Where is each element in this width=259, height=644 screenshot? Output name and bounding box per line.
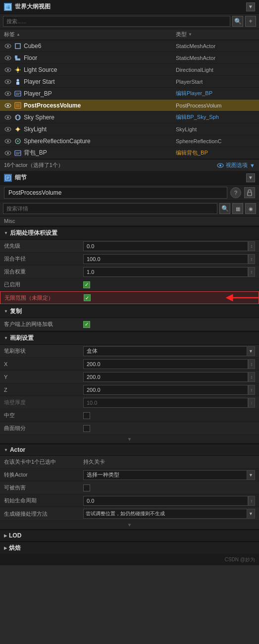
brush-y-input[interactable] — [83, 372, 248, 382]
brush-z-arrow[interactable]: ↕ — [248, 385, 255, 395]
enabled-checkbox[interactable]: ✓ — [83, 281, 90, 288]
visibility-icon[interactable] — [4, 78, 12, 86]
blend-radius-arrow[interactable]: ↕ — [248, 254, 255, 264]
actor-type-icon — [14, 78, 22, 86]
visibility-icon[interactable] — [4, 54, 12, 62]
table-row[interactable]: SkyLight SkyLight — [0, 123, 259, 135]
network-load-checkbox[interactable]: ✓ — [83, 321, 90, 328]
copy-section-header[interactable]: ▼ 复制 — [0, 304, 259, 318]
brush-x-arrow[interactable]: ↕ — [248, 359, 255, 369]
spawn-collision-row: 生成碰撞处理方法 尝试调整位置，如仍然碰撞则不生成 ▼ — [0, 507, 259, 521]
actor-type-icon — [14, 125, 22, 133]
visibility-icon[interactable] — [4, 149, 12, 157]
details-help-button[interactable]: ? — [230, 187, 241, 198]
svg-point-43 — [17, 140, 19, 142]
table-row[interactable]: SphereReflectionCapture SphereReflection… — [0, 135, 259, 147]
brush-x-field: ↕ — [83, 359, 255, 369]
details-eye-view-btn[interactable]: ◉ — [245, 203, 256, 214]
visibility-icon[interactable] — [4, 113, 12, 121]
lod-section-header[interactable]: ▶ LOD — [0, 529, 259, 541]
brush-z-input[interactable] — [83, 385, 248, 395]
enabled-value: ✓ — [83, 281, 255, 288]
details-grid-view-btn[interactable]: ▦ — [232, 203, 243, 214]
blend-weight-value: ↕ — [83, 267, 255, 277]
lod-collapse-arrow: ▶ — [4, 534, 7, 538]
blend-radius-input[interactable] — [83, 254, 248, 264]
initial-life-span-input[interactable] — [83, 496, 248, 506]
bake-section-header[interactable]: ▶ 烘焙 — [0, 541, 259, 554]
visibility-icon[interactable] — [4, 90, 12, 98]
blend-weight-field: ↕ — [83, 267, 255, 277]
unbounded-row-container: 无限范围（未限定） ✓ — [0, 291, 259, 304]
spawn-collision-arrow[interactable]: ▼ — [247, 509, 255, 519]
blend-radius-field: ↕ — [83, 254, 255, 264]
actor-type-label[interactable]: 编辑背包_BP — [176, 149, 255, 157]
visibility-icon[interactable] — [4, 66, 12, 74]
actor-section-header[interactable]: ▼ Actor — [0, 443, 259, 456]
details-collapse-btn[interactable]: ▼ — [246, 173, 255, 182]
brush-y-arrow[interactable]: ↕ — [248, 372, 255, 382]
brush-section-header[interactable]: ▼ 画刷设置 — [0, 331, 259, 345]
actor-type-icon: BP — [14, 149, 22, 157]
can-be-damaged-checkbox[interactable] — [83, 484, 90, 491]
details-search-button[interactable]: 🔍 — [219, 203, 230, 214]
brush-shape-dropdown: 盒体 ▼ — [83, 346, 255, 356]
svg-point-49 — [219, 164, 221, 166]
convert-actor-arrow[interactable]: ▼ — [247, 470, 255, 480]
svg-point-35 — [16, 128, 19, 131]
brush-y-value: ↕ — [83, 372, 255, 382]
unbounded-checkbox[interactable]: ✓ — [84, 294, 91, 301]
brush-shape-label: 笔刷形状 — [4, 347, 83, 355]
visibility-icon[interactable] — [4, 42, 12, 50]
priority-input[interactable] — [83, 241, 248, 251]
table-row[interactable]: Sky Sphere 编辑BP_Sky_Sph — [0, 111, 259, 123]
table-row[interactable]: BP Player_BP 编辑Player_BP — [0, 88, 259, 100]
brush-x-input[interactable] — [83, 359, 248, 369]
table-row[interactable]: Light Source DirectionalLight — [0, 64, 259, 76]
wall-thickness-arrow[interactable]: ↕ — [248, 398, 255, 408]
visibility-icon[interactable] — [4, 137, 12, 145]
details-lock-button[interactable] — [244, 187, 255, 198]
table-row[interactable]: BP 背包_BP 编辑背包_BP — [0, 147, 259, 159]
subdivide-checkbox[interactable] — [83, 425, 90, 432]
visibility-icon[interactable] — [4, 102, 12, 109]
blend-weight-input[interactable] — [83, 267, 248, 277]
view-options-btn[interactable]: 视图选项 ▼ — [217, 161, 255, 169]
svg-point-18 — [7, 81, 9, 83]
details-title: 细节 — [15, 173, 246, 182]
visibility-icon[interactable] — [4, 125, 12, 133]
wall-thickness-input[interactable] — [83, 398, 248, 408]
actor-type-label[interactable]: 编辑Player_BP — [176, 90, 255, 97]
brush-z-row: Z ↕ — [0, 383, 259, 396]
priority-arrow[interactable]: ↕ — [248, 241, 255, 251]
postprocess-section-header[interactable]: ▼ 后期处理体积设置 — [0, 226, 259, 240]
spawn-collision-display[interactable]: 尝试调整位置，如仍然碰撞则不生成 — [83, 509, 247, 519]
svg-rect-9 — [15, 55, 17, 58]
hollow-checkbox[interactable] — [83, 412, 90, 419]
type-sort-arrow: ▼ — [188, 32, 192, 37]
table-row[interactable]: PostProcessVolume PostProcessVolum — [0, 100, 259, 111]
panel-collapse-btn[interactable]: ▼ — [246, 2, 255, 11]
table-row[interactable]: Cube6 StaticMeshActor — [0, 40, 259, 52]
actor-name-label: Player_BP — [24, 90, 176, 97]
blend-weight-arrow[interactable]: ↕ — [248, 267, 255, 277]
table-row[interactable]: Floor StaticMeshActor — [0, 52, 259, 64]
actor-type-label: PostProcessVolum — [176, 103, 255, 108]
brush-shape-display[interactable]: 盒体 — [83, 346, 247, 356]
details-object-name-input[interactable] — [4, 187, 227, 199]
outliner-search-button[interactable]: 🔍 — [232, 16, 243, 27]
initial-life-span-arrow[interactable]: ↕ — [248, 496, 255, 506]
actor-name-label: SkyLight — [24, 126, 176, 133]
convert-actor-display[interactable]: 选择一种类型 — [83, 470, 247, 480]
unbounded-value: ✓ — [84, 294, 255, 301]
wall-thickness-field: ↕ — [83, 398, 255, 408]
brush-shape-arrow[interactable]: ▼ — [247, 346, 255, 356]
outliner-add-button[interactable]: + — [245, 16, 256, 27]
subdivide-label: 曲面细分 — [4, 425, 83, 432]
table-row[interactable]: Player Start PlayerStart — [0, 76, 259, 88]
world-outliner-title: 世界大纲视图 — [15, 2, 246, 11]
outliner-search-input[interactable] — [3, 16, 230, 27]
column-type-header: 类型 ▼ — [176, 29, 255, 40]
details-search-input[interactable] — [3, 203, 217, 214]
actor-type-label[interactable]: 编辑BP_Sky_Sph — [176, 113, 255, 121]
